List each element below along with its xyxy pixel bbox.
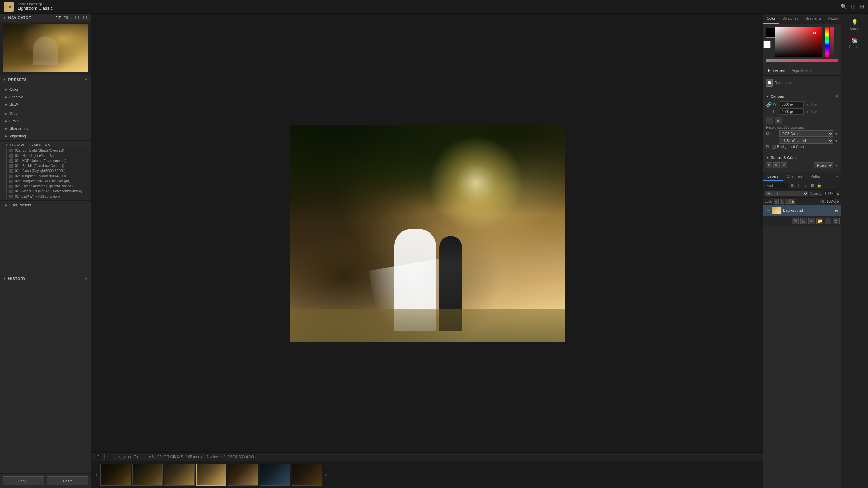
nav-fill[interactable]: FILL	[64, 16, 72, 20]
add-style-button[interactable]: fx	[792, 218, 799, 224]
fill-check[interactable]	[772, 145, 776, 149]
ruler-icon-3[interactable]: ✕	[781, 162, 787, 168]
ruler-icon-2[interactable]: ⊞	[773, 162, 780, 168]
layers-tool-2[interactable]: T	[796, 182, 802, 188]
lock-icon-3[interactable]: ↕	[785, 199, 790, 204]
lock-icon-2[interactable]: ✎	[780, 199, 784, 204]
preset-group-sharpening-header[interactable]: ▶ Sharpening	[0, 125, 91, 131]
preset-group-vignetting-header[interactable]: ▶ Vignetting	[0, 133, 91, 139]
libraries-tab[interactable]: 📚 Librar...	[841, 35, 868, 52]
tab-swatches[interactable]: Swatches	[779, 14, 802, 24]
bits-select[interactable]: 16 Bits/Channel	[779, 138, 833, 144]
tab-paths[interactable]: Paths	[807, 172, 824, 181]
filmstrip-next[interactable]: ›	[323, 471, 328, 478]
film-thumb-2[interactable]	[132, 464, 163, 486]
props-menu-icon[interactable]: ≡	[835, 68, 838, 74]
new-fill-button[interactable]: ⊕	[808, 218, 815, 224]
color-spectrum-container[interactable]	[775, 27, 822, 57]
rulers-unit-select[interactable]: Pixels	[814, 162, 833, 168]
window-controls[interactable]: 🔍 ⊡ ⊞	[840, 3, 864, 10]
canvas-menu-icon[interactable]: ≡	[835, 94, 838, 99]
canvas-area[interactable]	[92, 14, 763, 452]
lock-icon-1[interactable]: ⊞	[774, 199, 779, 204]
window-icon[interactable]: ⊡	[851, 3, 855, 10]
list-item[interactable]: 02i. Green Tint (Nature/Fluorescent/Wind…	[7, 189, 91, 194]
list-item[interactable]: 02a. Soft Light (Shade/Overcast)	[7, 148, 91, 153]
list-item[interactable]: 02f. Tungsten (Indoor/3000-4000K)	[7, 174, 91, 179]
canvas-icon-1[interactable]: ⊡	[766, 117, 773, 124]
canvas-icon-2[interactable]: ⊞	[775, 117, 782, 124]
list-item[interactable]: 02c. HDR Natural (Environmental)	[7, 158, 91, 163]
opacity-expand[interactable]: ▶	[837, 192, 840, 196]
history-header[interactable]: ▼ History ×	[0, 274, 91, 283]
page-1[interactable]: 1	[96, 454, 102, 459]
tab-properties[interactable]: Properties	[765, 66, 788, 75]
rulers-header[interactable]: ▼ Rulers & Grids	[766, 154, 838, 161]
page-2[interactable]: 2	[104, 454, 111, 459]
width-input[interactable]	[780, 101, 804, 107]
nav-1-1[interactable]: 1:1	[74, 16, 80, 20]
hex-bar[interactable]	[766, 59, 838, 62]
layers-tool-3[interactable]: ↕	[803, 182, 809, 188]
canvas-header[interactable]: ▼ Canvas ≡	[766, 92, 838, 100]
tab-color[interactable]: Color	[763, 14, 779, 24]
ruler-icon-1[interactable]: ⊟	[766, 162, 772, 168]
list-item[interactable]: 02j. B&W (Any light condition)	[7, 194, 91, 199]
list-item[interactable]: 02g. Tungsten Mix (w/ Blue Daylight)	[7, 179, 91, 184]
grid2-icon[interactable]: ⊟	[128, 455, 131, 459]
preset-group-user-header[interactable]: ▶ User Presets	[0, 202, 91, 208]
opacity-bar[interactable]	[830, 27, 834, 57]
height-input[interactable]	[780, 108, 804, 115]
foreground-color-chip[interactable]	[766, 28, 775, 38]
prev-icon[interactable]: ◁	[118, 455, 121, 459]
hue-bar[interactable]	[825, 27, 829, 57]
delete-layer-button[interactable]: 🗑	[833, 218, 840, 224]
layers-mode-select[interactable]: Normal	[765, 191, 808, 196]
film-thumb-4[interactable]	[196, 464, 226, 486]
preset-group-grain-header[interactable]: ▶ Grain	[0, 118, 91, 124]
presets-header[interactable]: ▼ Presets +	[0, 75, 91, 84]
fill-input[interactable]	[826, 199, 836, 204]
link-icon[interactable]: 🔗	[766, 102, 772, 107]
preset-group-bw-header[interactable]: ▶ B&W	[0, 101, 91, 107]
lock-icon-4[interactable]: 🔒	[790, 199, 795, 204]
layers-tool-5[interactable]: 🔒	[816, 182, 822, 188]
layer-item-background[interactable]: 👁 Background 🔒	[763, 205, 841, 216]
navigator-zoom-controls[interactable]: FIT FILL 1:1 2:1	[55, 16, 88, 20]
list-item[interactable]: 02d. Backlit (Flare/Low Contrast)	[7, 163, 91, 168]
tab-layers[interactable]: Layers	[763, 172, 783, 181]
tab-adjustments[interactable]: Adjustments	[788, 66, 816, 75]
layers-menu-icon[interactable]: ≡	[833, 172, 841, 181]
grid-view-icon[interactable]: ⊞	[113, 455, 116, 459]
film-thumb-5[interactable]	[228, 464, 258, 486]
layers-search-input[interactable]	[765, 183, 788, 188]
tab-gradients[interactable]: Gradients	[802, 14, 825, 24]
preset-group-curve-header[interactable]: ▶ Curve	[0, 110, 91, 117]
background-color-chip[interactable]	[763, 41, 771, 48]
layers-tool-4[interactable]: ⊡	[809, 182, 815, 188]
tab-channels[interactable]: Channels	[783, 172, 806, 181]
preset-group-color-header[interactable]: ▶ Color	[0, 86, 91, 93]
add-mask-button[interactable]: ◻	[800, 218, 807, 224]
nav-2-1[interactable]: 2:1	[82, 16, 88, 20]
layers-tool-1[interactable]: ⊞	[789, 182, 795, 188]
mode-select[interactable]: RGB Color	[779, 130, 833, 137]
history-controls[interactable]: ×	[85, 276, 88, 281]
opacity-input[interactable]	[824, 191, 835, 196]
preset-group-creative-header[interactable]: ▶ Creative	[0, 94, 91, 100]
new-group-button[interactable]: 📁	[816, 218, 823, 224]
film-thumb-7[interactable]	[292, 464, 322, 486]
new-layer-button[interactable]: +	[825, 218, 831, 224]
navigator-header[interactable]: ▼ Navigator FIT FILL 1:1 2:1	[0, 14, 91, 22]
list-item[interactable]: 02b. Hard Light (Open Sun)	[7, 153, 91, 158]
nav-fit[interactable]: FIT	[55, 16, 61, 20]
copy-button[interactable]: Copy...	[3, 476, 44, 485]
paste-button[interactable]: Paste	[47, 476, 89, 485]
search-icon[interactable]: 🔍	[840, 3, 847, 10]
add-preset-button[interactable]: +	[85, 77, 88, 82]
film-thumb-1[interactable]	[100, 464, 131, 486]
list-item[interactable]: 02h. Over Saturated (Uplight/Dancing)	[7, 184, 91, 189]
film-thumb-6[interactable]	[260, 464, 290, 486]
history-close-button[interactable]: ×	[85, 276, 88, 281]
list-item[interactable]: 02e. Flash (Daylight/5000-6000K)	[7, 168, 91, 174]
